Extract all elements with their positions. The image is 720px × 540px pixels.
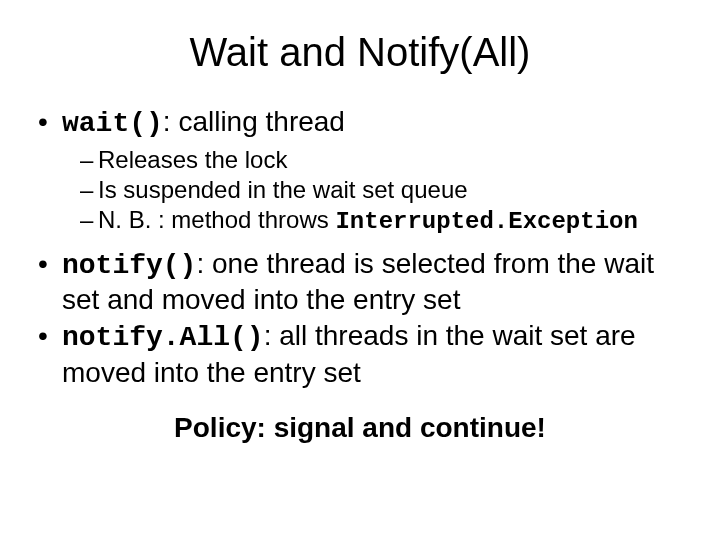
text-wait: : calling thread <box>163 106 345 137</box>
code-notify: notify() <box>62 250 196 281</box>
sub-releases-lock: Releases the lock <box>80 145 690 175</box>
sub-nb-pre: N. B. : method throws <box>98 206 335 233</box>
bullet-wait: wait(): calling thread Releases the lock… <box>38 105 690 237</box>
slide-title: Wait and Notify(All) <box>30 30 690 75</box>
bullet-notify-all: notify.All(): all threads in the wait se… <box>38 319 690 389</box>
sub-list-wait: Releases the lock Is suspended in the wa… <box>62 145 690 237</box>
code-interrupted-exception: Interrupted.Exception <box>335 208 637 235</box>
slide: Wait and Notify(All) wait(): calling thr… <box>0 0 720 540</box>
sub-nb: N. B. : method throws Interrupted.Except… <box>80 205 690 237</box>
bullet-list: wait(): calling thread Releases the lock… <box>30 105 690 390</box>
bullet-notify: notify(): one thread is selected from th… <box>38 247 690 317</box>
code-notify-all: notify.All() <box>62 322 264 353</box>
sub-suspended: Is suspended in the wait set queue <box>80 175 690 205</box>
code-wait: wait() <box>62 108 163 139</box>
policy-line: Policy: signal and continue! <box>30 412 690 444</box>
